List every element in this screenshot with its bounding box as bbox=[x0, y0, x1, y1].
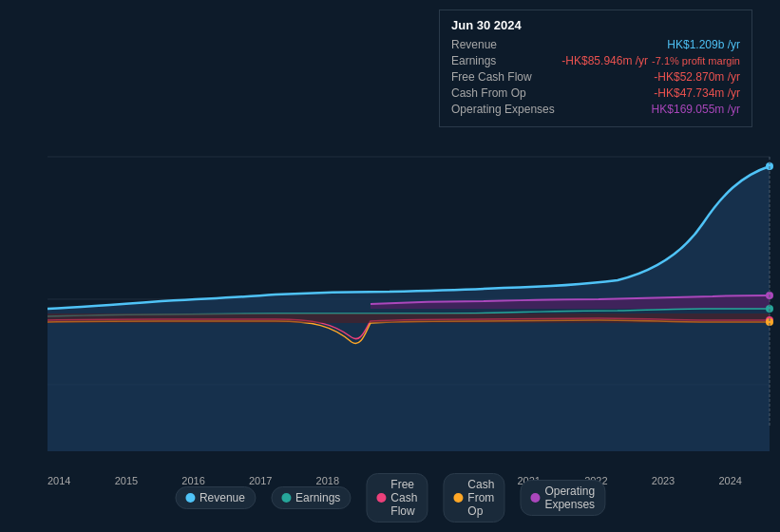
tooltip-row-earnings: Earnings -HK$85.946m /yr-7.1% profit mar… bbox=[451, 54, 740, 67]
tooltip-label-revenue: Revenue bbox=[451, 38, 497, 51]
chart-svg bbox=[0, 147, 780, 451]
tooltip-box: Jun 30 2024 Revenue HK$1.209b /yr Earnin… bbox=[439, 10, 752, 127]
x-label-2014: 2014 bbox=[48, 475, 70, 486]
chart-container: Jun 30 2024 Revenue HK$1.209b /yr Earnin… bbox=[0, 0, 780, 532]
x-label-2023: 2023 bbox=[652, 475, 675, 486]
legend-label-earnings: Earnings bbox=[295, 491, 340, 504]
legend-item-opex[interactable]: Operating Expenses bbox=[520, 480, 605, 516]
tooltip-value-revenue: HK$1.209b /yr bbox=[667, 38, 740, 51]
tooltip-value-cfo: -HK$47.734m /yr bbox=[654, 86, 740, 100]
legend-label-cfo: Cash From Op bbox=[467, 478, 494, 518]
legend-item-cfo[interactable]: Cash From Op bbox=[443, 473, 504, 522]
tooltip-label-earnings: Earnings bbox=[451, 54, 496, 67]
legend-dot-cfo bbox=[453, 493, 463, 503]
legend-dot-revenue bbox=[185, 493, 195, 503]
tooltip-date: Jun 30 2024 bbox=[451, 18, 740, 32]
tooltip-value-opex: HK$169.055m /yr bbox=[652, 103, 740, 116]
legend-label-fcf: Free Cash Flow bbox=[390, 478, 417, 518]
profit-margin: -7.1% profit margin bbox=[652, 55, 740, 66]
legend-label-opex: Operating Expenses bbox=[544, 484, 595, 511]
legend-item-earnings[interactable]: Earnings bbox=[271, 486, 351, 509]
tooltip-label-fcf: Free Cash Flow bbox=[451, 70, 532, 84]
tooltip-row-cfo: Cash From Op -HK$47.734m /yr bbox=[451, 86, 740, 100]
legend-item-fcf[interactable]: Free Cash Flow bbox=[366, 473, 428, 522]
legend-label-revenue: Revenue bbox=[200, 491, 245, 504]
tooltip-label-cfo: Cash From Op bbox=[451, 86, 526, 100]
tooltip-label-opex: Operating Expenses bbox=[451, 103, 555, 116]
legend-item-revenue[interactable]: Revenue bbox=[175, 486, 256, 509]
tooltip-row-opex: Operating Expenses HK$169.055m /yr bbox=[451, 103, 740, 116]
tooltip-value-fcf: -HK$52.870m /yr bbox=[654, 70, 740, 84]
x-label-2024: 2024 bbox=[718, 475, 741, 486]
legend: Revenue Earnings Free Cash Flow Cash Fro… bbox=[175, 473, 605, 522]
tooltip-row-revenue: Revenue HK$1.209b /yr bbox=[451, 38, 740, 51]
legend-dot-earnings bbox=[281, 493, 291, 503]
legend-dot-fcf bbox=[376, 493, 386, 503]
legend-dot-opex bbox=[530, 493, 540, 503]
tooltip-value-earnings: -HK$85.946m /yr-7.1% profit margin bbox=[561, 54, 740, 67]
tooltip-row-fcf: Free Cash Flow -HK$52.870m /yr bbox=[451, 70, 740, 84]
x-label-2015: 2015 bbox=[115, 475, 138, 486]
